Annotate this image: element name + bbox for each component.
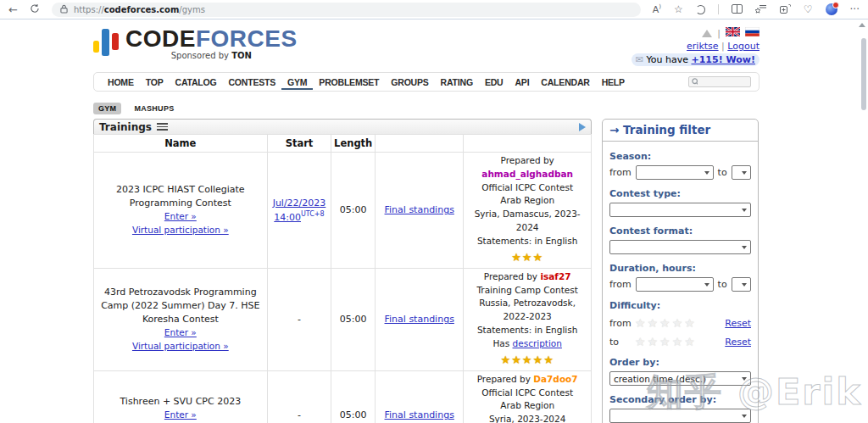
start-cell: - — [267, 370, 331, 423]
prepared-cell: Prepared by ahmad_alghadbanOfficial ICPC… — [464, 153, 592, 269]
order-by-select[interactable]: creation time (desc.) — [609, 371, 751, 386]
logo-bar-blue — [102, 29, 109, 56]
logout-link[interactable]: Logout — [727, 41, 760, 52]
author-handle[interactable]: Da7doo7 — [533, 374, 577, 384]
nav-item-help[interactable]: HELP — [596, 74, 631, 90]
final-standings-link[interactable]: Final standings — [385, 409, 454, 420]
sponsored-by: Sponsored by TON — [125, 51, 298, 60]
contest-type-select[interactable] — [609, 203, 751, 217]
logo-forces: FORCES — [196, 25, 298, 52]
refresh-icon[interactable] — [30, 3, 40, 15]
filter-title: → Training filter — [603, 120, 758, 142]
secondary-order-select[interactable] — [609, 409, 751, 423]
russian-flag-icon[interactable] — [745, 27, 760, 40]
main-nav: HOMETOPCATALOGCONTESTSGYMPROBLEMSETGROUP… — [93, 72, 760, 92]
user-block: | eriktse | Logout ✉ You have +115! Wow! — [632, 24, 760, 68]
search-box[interactable] — [688, 76, 751, 87]
nav-item-home[interactable]: HOME — [102, 74, 140, 90]
copilot-icon[interactable] — [696, 5, 705, 14]
favorite-star-icon[interactable]: ☆ — [674, 4, 683, 14]
difficulty-to-stars[interactable]: ★★★★★ — [635, 335, 697, 348]
list-view-icon[interactable] — [157, 123, 168, 131]
duration-to-select[interactable] — [732, 277, 751, 292]
magic-link[interactable]: +115! Wow! — [691, 54, 755, 65]
scrollbar-up-arrow[interactable] — [859, 23, 865, 27]
browser-essentials-icon[interactable]: ♡ — [804, 4, 813, 14]
page-url[interactable]: https://codeforces.com/gyms — [74, 5, 205, 14]
chevron-down-icon — [742, 415, 747, 418]
nav-item-gym[interactable]: GYM — [281, 74, 313, 90]
search-input[interactable] — [700, 78, 748, 86]
split-screen-icon[interactable] — [732, 4, 743, 15]
logo-bar-yellow — [93, 41, 99, 53]
nav-item-top[interactable]: TOP — [140, 74, 170, 90]
chevron-down-icon — [742, 246, 747, 249]
read-aloud-icon[interactable]: A) — [653, 4, 661, 14]
enter-link[interactable]: Enter » — [164, 409, 197, 420]
duration-from-select[interactable] — [636, 277, 714, 292]
codeforces-logo[interactable]: CODEFORCES Sponsored by TON — [93, 24, 298, 68]
description-link[interactable]: description — [513, 338, 562, 348]
site-permissions-icon[interactable] — [60, 4, 68, 15]
address-bar[interactable]: https://codeforces.com/gyms — [52, 3, 641, 17]
prepared-cell: Prepared by isaf27Training Camp ContestR… — [464, 268, 592, 370]
final-standings-link[interactable]: Final standings — [385, 204, 454, 215]
nav-item-edu[interactable]: EDU — [479, 74, 509, 90]
nav-item-groups[interactable]: GROUPS — [385, 74, 434, 90]
nav-item-rating[interactable]: RATING — [435, 74, 479, 90]
start-empty: - — [298, 409, 301, 420]
contest-info-line: Training Camp Contest — [469, 284, 586, 298]
trainings-title-bar: Trainings — [93, 119, 592, 134]
logo-bars-icon — [93, 27, 119, 56]
username-link[interactable]: eriktse — [687, 41, 719, 52]
envelope-icon: ✉ — [636, 54, 643, 65]
nav-item-catalog[interactable]: CATALOG — [170, 74, 223, 90]
chevron-down-icon — [742, 377, 747, 381]
contest-format-label: Contest format: — [609, 225, 751, 237]
final-standings-link[interactable]: Final standings — [385, 314, 454, 325]
virtual-participation-link[interactable]: Virtual participation » — [132, 341, 229, 351]
english-flag-icon[interactable] — [726, 27, 740, 40]
training-row: 2023 ICPC HIAST Collegiate Programming C… — [94, 153, 592, 269]
nav-item-problemset[interactable]: PROBLEMSET — [313, 74, 385, 90]
nav-item-calendar[interactable]: CALENDAR — [535, 74, 595, 90]
contest-info-line: Official ICPC Contest — [469, 387, 586, 400]
trainings-table: Name Start Length 2023 ICPC HIAST Colleg… — [93, 134, 592, 423]
tab-mashups[interactable]: MASHUPS — [129, 103, 179, 114]
reset-from-link[interactable]: Reset — [725, 318, 751, 329]
contest-format-select[interactable] — [609, 240, 751, 254]
training-row: Tishreen + SVU CPC 2023Enter »Virtual pa… — [94, 370, 592, 423]
nav-item-contests[interactable]: CONTESTS — [222, 74, 281, 90]
author-handle[interactable]: isaf27 — [540, 271, 570, 281]
scrollbar-thumb[interactable] — [861, 38, 866, 110]
back-icon[interactable]: ← — [8, 4, 18, 15]
enter-link[interactable]: Enter » — [164, 327, 197, 337]
nav-item-api[interactable]: API — [509, 74, 535, 90]
tab-groups-icon[interactable] — [780, 4, 791, 15]
favorites-bar-icon[interactable] — [755, 4, 767, 15]
column-name: Name — [94, 135, 268, 153]
settings-menu-icon[interactable]: ··· — [850, 4, 860, 14]
tab-gym[interactable]: GYM — [93, 103, 121, 114]
difficulty-from-stars[interactable]: ★★★★★ — [635, 316, 697, 330]
start-cell: - — [267, 268, 331, 370]
url-scheme: https:// — [74, 5, 104, 14]
language-row: | — [632, 27, 760, 40]
ton-brand[interactable]: TON — [231, 51, 252, 60]
contest-info-line: Arab Region — [469, 194, 586, 208]
expand-arrow-icon[interactable] — [579, 123, 586, 131]
timezone-label: UTC+8 — [301, 210, 325, 218]
reset-to-link[interactable]: Reset — [725, 337, 751, 348]
column-start: Start — [267, 135, 331, 153]
logo-bar-red — [112, 33, 119, 50]
virtual-participation-link[interactable]: Virtual participation » — [132, 225, 229, 235]
from-label: from — [609, 167, 632, 178]
season-to-select[interactable] — [732, 165, 751, 180]
enter-link[interactable]: Enter » — [164, 211, 197, 221]
profile-avatar[interactable] — [826, 3, 837, 15]
to-label: to — [718, 279, 727, 290]
trainings-panel: Trainings Name Start Length 2023 ICPC HI… — [93, 119, 592, 423]
difficulty-stars: ★★★★★ — [469, 352, 586, 369]
season-from-select[interactable] — [636, 165, 714, 180]
author-handle[interactable]: ahmad_alghadban — [481, 169, 573, 179]
